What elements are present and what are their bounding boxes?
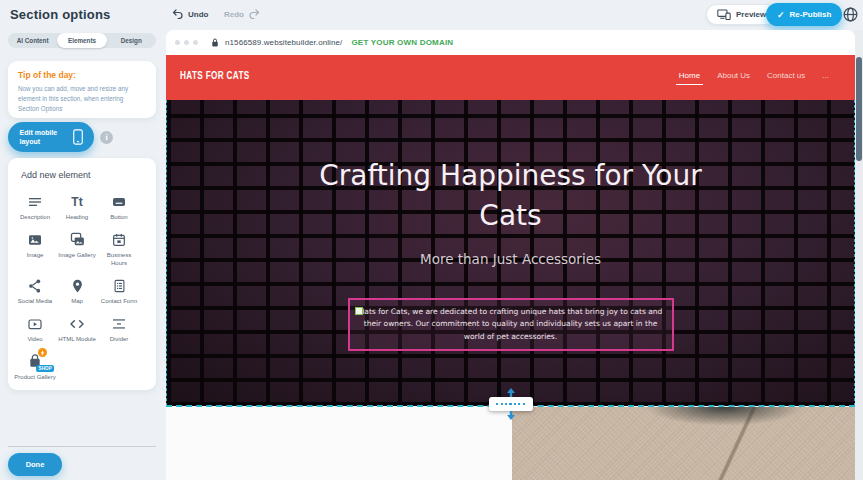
edit-mobile-layout-button[interactable]: Edit mobile layout bbox=[8, 122, 94, 152]
hero-section[interactable]: Crafting Happiness for Your Cats More th… bbox=[166, 100, 855, 406]
browser-dot bbox=[193, 40, 198, 45]
heading-icon: Tt bbox=[71, 193, 82, 210]
tab-label: Design bbox=[121, 37, 142, 44]
tab-label: AI Content bbox=[17, 37, 49, 44]
description-icon bbox=[27, 193, 43, 210]
undo-label: Undo bbox=[188, 10, 208, 19]
element-selection-handle[interactable] bbox=[355, 307, 363, 315]
hero-text-block[interactable]: Hats for Cats, we are dedicated to craft… bbox=[348, 298, 674, 351]
republish-label: Re-Publish bbox=[790, 10, 832, 19]
site-nav: Home About Us Contact us ... bbox=[679, 71, 829, 80]
image-icon bbox=[27, 231, 43, 248]
info-icon[interactable]: i bbox=[100, 131, 113, 144]
html-module-icon bbox=[69, 315, 85, 332]
element-item-contact-form[interactable]: Contact Form bbox=[98, 271, 140, 309]
globe-icon bbox=[842, 6, 859, 23]
product-gallery-icon: SHOP bbox=[27, 353, 43, 370]
done-label: Done bbox=[26, 460, 45, 469]
nav-contact-us[interactable]: Contact us bbox=[767, 71, 805, 80]
site-header: HATS FOR CATS Home About Us Contact us .… bbox=[166, 55, 855, 100]
nav-about-us[interactable]: About Us bbox=[717, 71, 750, 80]
element-item-divider[interactable]: Divider bbox=[98, 309, 140, 347]
button-icon bbox=[111, 193, 127, 210]
scrollbar-thumb[interactable] bbox=[856, 57, 862, 161]
element-label: Button bbox=[110, 213, 127, 221]
sidebar-tabs: AI Content Elements Design bbox=[8, 33, 156, 48]
check-icon: ✓ bbox=[777, 10, 785, 20]
tip-title: Tip of the day: bbox=[18, 70, 146, 80]
republish-button[interactable]: ✓ Re-Publish bbox=[766, 3, 842, 26]
hero-paragraph: Hats for Cats, we are dedicated to craft… bbox=[358, 306, 664, 343]
element-item-heading[interactable]: Tt Heading bbox=[56, 187, 98, 225]
business-hours-icon bbox=[111, 231, 127, 248]
element-item-html-module[interactable]: HTML Module bbox=[56, 309, 98, 347]
element-grid: Description Tt Heading Button Image bbox=[14, 187, 156, 386]
element-item-product-gallery[interactable]: SHOP Product Gallery bbox=[14, 347, 56, 385]
site-preview: HATS FOR CATS Home About Us Contact us .… bbox=[166, 55, 855, 480]
editor-canvas: n1566589.websitebuilder.online/ GET YOUR… bbox=[166, 30, 863, 480]
done-button[interactable]: Done bbox=[8, 453, 62, 476]
element-label: Map bbox=[71, 297, 83, 305]
mobile-phone-icon bbox=[73, 129, 83, 145]
browser-dots bbox=[175, 40, 198, 45]
section-resize-handle[interactable] bbox=[489, 397, 533, 411]
site-logo[interactable]: HATS FOR CATS bbox=[180, 70, 250, 81]
element-label: Video bbox=[27, 335, 42, 343]
drag-dots-icon bbox=[496, 403, 526, 406]
hero-heading[interactable]: Crafting Happiness for Your Cats bbox=[311, 156, 711, 236]
element-label: Image bbox=[27, 251, 44, 259]
video-icon bbox=[27, 315, 43, 332]
element-label: Heading bbox=[66, 213, 88, 221]
premium-badge-icon bbox=[38, 348, 47, 357]
element-item-business-hours[interactable]: Business Hours bbox=[98, 225, 140, 271]
browser-dot bbox=[175, 40, 180, 45]
element-label: Social Media bbox=[18, 297, 52, 305]
element-label: HTML Module bbox=[58, 335, 95, 343]
redo-icon bbox=[248, 9, 260, 19]
sidebar-divider bbox=[8, 446, 156, 447]
nav-home[interactable]: Home bbox=[679, 71, 700, 80]
shop-tag: SHOP bbox=[36, 365, 54, 372]
element-label: Contact Form bbox=[101, 297, 137, 305]
redo-button[interactable]: Redo bbox=[224, 9, 260, 19]
element-label: Description bbox=[20, 213, 50, 221]
tab-label: Elements bbox=[68, 37, 96, 44]
tip-of-the-day-card: Tip of the day: Now you can add, move an… bbox=[8, 61, 156, 118]
nav-more[interactable]: ... bbox=[822, 71, 829, 80]
resize-arrow-down-icon bbox=[506, 411, 516, 420]
element-item-description[interactable]: Description bbox=[14, 187, 56, 225]
tab-ai-content[interactable]: AI Content bbox=[8, 33, 57, 48]
map-pin-icon bbox=[70, 277, 85, 294]
element-item-button[interactable]: Button bbox=[98, 187, 140, 225]
browser-dot bbox=[184, 40, 189, 45]
element-item-social-media[interactable]: Social Media bbox=[14, 271, 56, 309]
get-domain-link[interactable]: GET YOUR OWN DOMAIN bbox=[351, 38, 453, 47]
add-element-title: Add new element bbox=[21, 170, 156, 180]
browser-chrome-bar: n1566589.websitebuilder.online/ GET YOUR… bbox=[166, 30, 855, 55]
preview-scrollbar[interactable] bbox=[855, 30, 863, 480]
undo-icon bbox=[172, 9, 184, 19]
lock-icon bbox=[211, 37, 219, 48]
site-url[interactable]: n1566589.websitebuilder.online/ bbox=[225, 38, 342, 47]
tab-design[interactable]: Design bbox=[107, 33, 156, 48]
resize-arrow-up-icon bbox=[506, 388, 516, 397]
add-new-element-panel: Add new element Description Tt Heading B… bbox=[8, 158, 156, 390]
hero-subheading[interactable]: More than Just Accessories bbox=[311, 251, 711, 267]
preview-label: Preview bbox=[736, 10, 766, 19]
panel-title: Section options bbox=[10, 7, 111, 22]
element-item-map[interactable]: Map bbox=[56, 271, 98, 309]
element-item-image-gallery[interactable]: Image Gallery bbox=[56, 225, 98, 271]
language-globe-button[interactable] bbox=[842, 6, 859, 23]
edit-mobile-label: Edit mobile layout bbox=[20, 128, 66, 146]
element-item-video[interactable]: Video bbox=[14, 309, 56, 347]
undo-button[interactable]: Undo bbox=[172, 9, 208, 19]
element-label: Image Gallery bbox=[58, 251, 95, 259]
tip-body: Now you can add, move and resize any ele… bbox=[18, 84, 146, 113]
element-item-image[interactable]: Image bbox=[14, 225, 56, 271]
element-label: Divider bbox=[110, 335, 129, 343]
tab-elements[interactable]: Elements bbox=[57, 33, 106, 48]
element-label: Product Gallery bbox=[14, 373, 55, 381]
next-section-image[interactable] bbox=[512, 407, 855, 480]
social-media-icon bbox=[27, 277, 43, 294]
redo-label: Redo bbox=[224, 10, 244, 19]
